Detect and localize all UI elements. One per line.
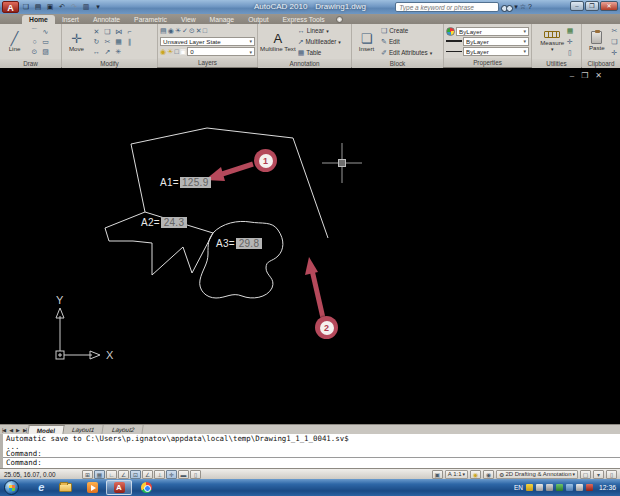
area-value-a1[interactable]: 125.9	[180, 177, 211, 188]
search-input[interactable]	[395, 2, 499, 12]
trim-icon[interactable]: ✂	[102, 37, 113, 47]
polyline-icon[interactable]: ∿	[40, 27, 51, 37]
layer-freeze-icon[interactable]: ☀	[175, 26, 181, 36]
copy-icon[interactable]: ❏	[102, 27, 113, 37]
sun-icon[interactable]: ☀	[167, 47, 173, 57]
modify-panel-label[interactable]: Modify	[62, 59, 157, 68]
save-file-icon[interactable]: ▣	[45, 2, 55, 12]
ribbon-options-icon[interactable]	[336, 16, 343, 23]
offset-icon[interactable]: ∥	[124, 37, 135, 47]
line-button[interactable]: ╱ Line	[2, 25, 27, 58]
rotate-icon[interactable]: ↻	[91, 37, 102, 47]
close-button[interactable]: ✕	[600, 1, 618, 11]
linear-dimension-button[interactable]: ↔ Linear ▾	[298, 26, 341, 36]
block-panel-label[interactable]: Block	[352, 59, 443, 68]
utilities-panel-label[interactable]: Utilities	[532, 59, 581, 68]
area-label-a2[interactable]: A2= 24.3	[141, 217, 187, 228]
plot-icon[interactable]: ▥	[81, 2, 91, 12]
erase-icon[interactable]: ✕	[91, 27, 102, 37]
create-block-button[interactable]: ❏ Create	[381, 26, 432, 36]
object-color-dropdown[interactable]: ByLayer▾	[456, 27, 529, 36]
tab-home[interactable]: Home	[22, 15, 55, 24]
mirror-icon[interactable]: ⋈	[113, 27, 124, 37]
lineweight-toggle[interactable]: ▬	[178, 470, 189, 479]
insert-block-button[interactable]: ❏ Insert	[354, 25, 379, 58]
padlock-icon[interactable]: □	[174, 47, 178, 57]
snap-toggle[interactable]: ⊞	[82, 470, 93, 479]
otrack-toggle[interactable]: ∠	[142, 470, 153, 479]
status-menu-icon[interactable]: ▾	[593, 470, 604, 479]
printer-icon[interactable]	[536, 484, 543, 491]
command-input-line[interactable]: Command:	[3, 458, 620, 467]
copy-clip-icon[interactable]: ❏	[611, 37, 617, 47]
color-wheel-icon[interactable]	[446, 27, 455, 36]
action-center-flag-icon[interactable]	[546, 484, 553, 491]
taskbar-chrome[interactable]	[133, 480, 159, 495]
draw-panel-label[interactable]: Draw	[0, 59, 61, 68]
tab-output[interactable]: Output	[241, 15, 275, 24]
annotation-scale-button[interactable]: A 1:1 ▾	[445, 470, 468, 479]
tab-annotate[interactable]: Annotate	[86, 15, 127, 24]
quick-select-icon[interactable]: ▦	[567, 26, 574, 36]
array-icon[interactable]: ▦	[113, 37, 124, 47]
layout-nav-next-icon[interactable]: ▶	[14, 427, 21, 433]
display-icon[interactable]	[566, 484, 573, 491]
hatch-icon[interactable]: ▨	[40, 47, 51, 57]
lineweight-dropdown[interactable]: ByLayer▾	[463, 37, 529, 46]
ortho-toggle[interactable]: ∟	[106, 470, 117, 479]
redo-icon[interactable]: ↷	[69, 2, 79, 12]
measure-button[interactable]: Measure ▾	[540, 25, 565, 58]
tab-manage[interactable]: Manage	[203, 15, 242, 24]
tab-express-tools[interactable]: Express Tools	[276, 15, 332, 24]
area-value-a2[interactable]: 24.3	[161, 217, 187, 228]
match-properties-icon[interactable]: ✛	[611, 48, 617, 58]
language-indicator[interactable]: EN	[514, 484, 523, 491]
fillet-icon[interactable]: ⌐	[124, 27, 135, 37]
undo-icon[interactable]: ↶	[57, 2, 67, 12]
edit-attributes-button[interactable]: ✐ Edit Attributes ▾	[381, 48, 432, 58]
osnap-toggle[interactable]: ⊡	[130, 470, 141, 479]
layer-on-icon[interactable]: ◉	[168, 26, 174, 36]
search-dropdown-icon[interactable]: ▾	[514, 2, 518, 12]
explode-icon[interactable]: ✳	[113, 47, 124, 57]
layer-lock-icon[interactable]: □	[203, 26, 207, 36]
tab-parametric[interactable]: Parametric	[127, 15, 174, 24]
workspace-switcher[interactable]: ⚙ 2D Drafting & Annotation ▾	[496, 470, 578, 479]
security-flag-icon[interactable]	[526, 484, 533, 491]
help-icon[interactable]: ?	[528, 2, 532, 12]
multiline-text-button[interactable]: A Multiline Text	[260, 25, 296, 58]
tab-layout1[interactable]: Layout1	[64, 425, 105, 435]
layer-state-dropdown[interactable]: Unsaved Layer State▾	[160, 37, 255, 46]
autoscale-icon[interactable]: ◉	[483, 470, 494, 479]
area-label-a1[interactable]: A1= 125.9	[160, 177, 211, 188]
ducs-toggle[interactable]: ⊥	[154, 470, 165, 479]
scale-icon[interactable]: ↗	[102, 47, 113, 57]
application-menu-button[interactable]: A	[2, 1, 19, 13]
quick-properties-toggle[interactable]: ▯	[190, 470, 201, 479]
annotation-panel-label[interactable]: Annotation	[258, 59, 351, 68]
layer-isolate-icon[interactable]: ⊙	[189, 26, 195, 36]
minimize-button[interactable]: –	[570, 1, 584, 11]
rectangle-icon[interactable]: ▭	[40, 37, 51, 47]
open-file-icon[interactable]: ▤	[33, 2, 43, 12]
layout-nav-first-icon[interactable]: |◀	[0, 427, 7, 433]
taskbar-internet-explorer[interactable]: ?e	[25, 480, 51, 495]
paste-button[interactable]: Paste	[584, 25, 609, 58]
grid-toggle[interactable]: ▦	[94, 470, 105, 479]
move-button[interactable]: ✛ Move	[64, 25, 89, 58]
doc-close-icon[interactable]: ✕	[595, 72, 602, 80]
doc-restore-icon[interactable]: ❒	[581, 72, 588, 80]
taskbar-media-player[interactable]	[79, 480, 105, 495]
cut-icon[interactable]: ✂	[611, 26, 617, 36]
clipboard-panel-label[interactable]: Clipboard	[582, 59, 620, 68]
model-space-button[interactable]: ▣	[432, 470, 443, 479]
annotation-visibility-icon[interactable]: ◉	[470, 470, 481, 479]
properties-panel-label[interactable]: Properties	[444, 58, 531, 67]
bulb-icon[interactable]: ◉	[160, 47, 166, 57]
edit-block-button[interactable]: ✎ Edit	[381, 37, 432, 47]
volume-icon[interactable]	[586, 484, 593, 491]
lineweight-icon[interactable]	[446, 40, 462, 42]
taskbar-autocad[interactable]: A	[106, 480, 132, 495]
layout-nav-prev-icon[interactable]: ◀	[7, 427, 14, 433]
tab-model[interactable]: Model	[27, 425, 65, 435]
